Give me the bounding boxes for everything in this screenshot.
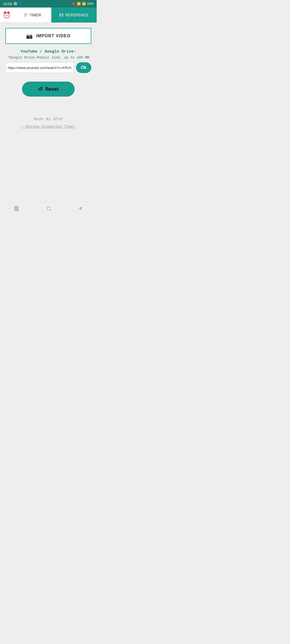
nav-back-button[interactable]: <	[74, 203, 88, 214]
ok-button[interactable]: Ok	[76, 62, 91, 73]
tab-reference-label: REFERENCE	[65, 13, 88, 17]
bottom-nav: ||| □ <	[0, 202, 97, 215]
nav-home-button[interactable]: □	[42, 203, 56, 214]
reset-button[interactable]: ↺ Reset	[22, 82, 75, 97]
main-content: 📷 IMPORT VIDEO YouTube / Google Drive: *…	[0, 23, 97, 134]
signal-icon: 📶	[82, 2, 86, 6]
review-link[interactable]: ☆ Review Animation Timer	[21, 124, 75, 129]
status-user-icon: 👤	[19, 2, 23, 6]
app-header: ⏰ ⏱ TIMER 🎞 REFERENCE	[0, 8, 97, 23]
logo-area: ⏰	[0, 8, 13, 23]
footer-section: Made By OfeX ☆ Review Animation Timer	[21, 117, 75, 129]
youtube-title: YouTube / Google Drive:	[20, 49, 76, 54]
url-input-row: Ok	[5, 62, 91, 73]
made-by-text: Made By OfeX	[34, 117, 63, 122]
tab-reference[interactable]: 🎞 REFERENCE	[51, 8, 97, 23]
tab-timer[interactable]: ⏱ TIMER	[13, 8, 51, 23]
reset-icon: ↺	[38, 86, 43, 92]
nav-menu-button[interactable]: |||	[9, 203, 24, 214]
youtube-section: YouTube / Google Drive: *Google Drive Pu…	[5, 49, 91, 73]
reference-icon: 🎞	[59, 13, 63, 17]
wifi-icon: 📶	[77, 2, 81, 6]
mute-icon: 🔇	[72, 2, 76, 6]
import-video-label: IMPORT VIDEO	[36, 34, 70, 38]
status-bar: 20:00 🖼 👤 🔇 📶 📶 44%	[0, 0, 97, 8]
reset-label: Reset	[45, 86, 59, 92]
url-input[interactable]	[5, 62, 74, 73]
camera-icon: 📷	[26, 33, 33, 39]
status-icons: 🔇 📶 📶 44%	[72, 2, 93, 6]
time-display: 20:00	[3, 2, 12, 6]
tab-timer-label: TIMER	[30, 13, 41, 17]
timer-icon: ⏱	[24, 13, 27, 17]
app-logo-icon: ⏰	[3, 11, 11, 19]
battery-label: 44%	[87, 2, 93, 6]
status-photo-icon: 🖼	[14, 2, 17, 6]
youtube-note: *Google Drive Public link, up to 100 MB	[8, 56, 89, 60]
status-time: 20:00 🖼 👤	[3, 2, 23, 6]
import-video-button[interactable]: 📷 IMPORT VIDEO	[5, 28, 91, 44]
